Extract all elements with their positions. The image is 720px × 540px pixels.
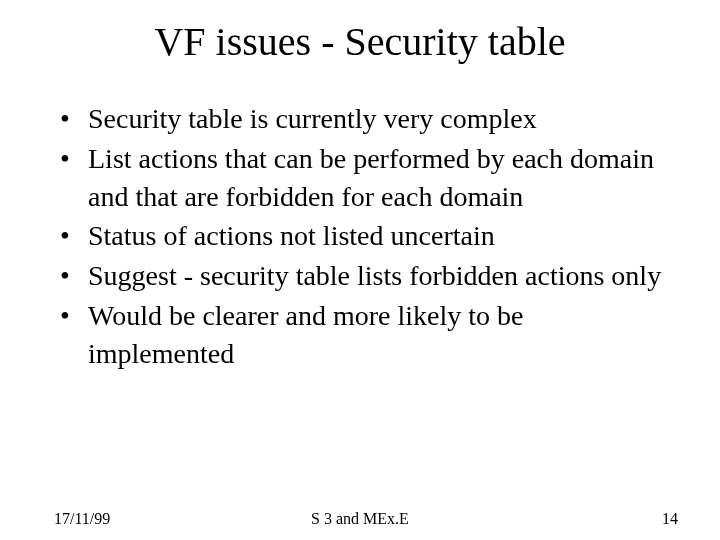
- bullet-item: Security table is currently very complex: [54, 100, 674, 138]
- footer-page-number: 14: [662, 510, 678, 528]
- footer-center: S 3 and MEx.E: [0, 510, 720, 528]
- slide-body: Security table is currently very complex…: [54, 100, 674, 375]
- slide-title: VF issues - Security table: [0, 18, 720, 65]
- slide: VF issues - Security table Security tabl…: [0, 0, 720, 540]
- bullet-item: Would be clearer and more likely to be i…: [54, 297, 674, 373]
- bullet-item: List actions that can be performed by ea…: [54, 140, 674, 216]
- bullet-item: Suggest - security table lists forbidden…: [54, 257, 674, 295]
- bullet-list: Security table is currently very complex…: [54, 100, 674, 373]
- bullet-item: Status of actions not listed uncertain: [54, 217, 674, 255]
